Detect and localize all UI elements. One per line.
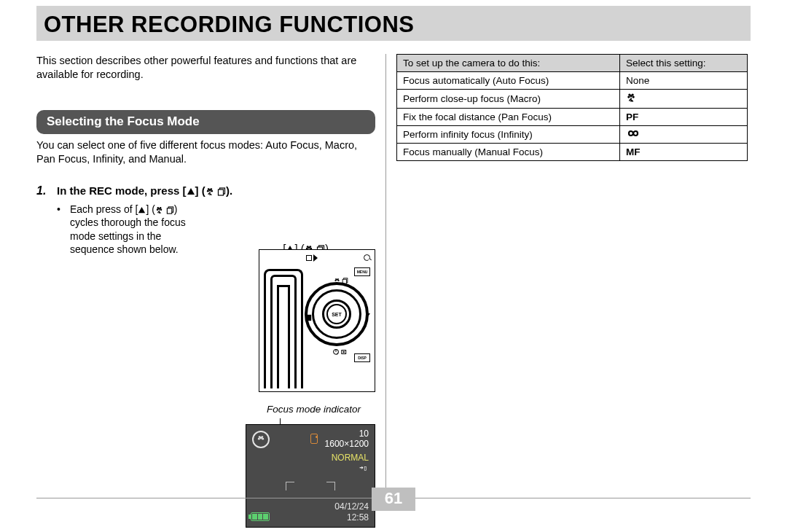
svg-point-11 <box>160 209 163 211</box>
svg-point-21 <box>309 246 311 248</box>
svg-marker-33 <box>366 310 370 318</box>
memory-icon: ➜▯ <box>359 464 367 472</box>
focus-mode-table: To set up the camera to do this: Select … <box>396 54 748 161</box>
flash-icon <box>364 310 372 320</box>
svg-point-27 <box>337 280 339 281</box>
rect-icon <box>306 255 312 261</box>
svg-point-44 <box>627 95 630 98</box>
svg-point-28 <box>335 278 337 280</box>
page-number: 61 <box>372 488 415 511</box>
menu-button: MENU <box>354 267 370 276</box>
title-bar: OTHER RECORDING FUNCTIONS <box>36 6 751 41</box>
column-divider <box>385 54 386 491</box>
section-body: You can select one of five different foc… <box>36 138 375 165</box>
svg-point-46 <box>628 93 630 95</box>
mode-icon <box>305 311 312 324</box>
svg-point-39 <box>258 438 260 440</box>
set-button: SET <box>326 304 347 324</box>
svg-point-37 <box>342 351 345 353</box>
flower-icon <box>155 206 163 214</box>
section-header: Selecting the Focus Mode <box>36 110 375 134</box>
svg-point-10 <box>157 209 159 211</box>
timer-icon <box>332 348 348 356</box>
up-arrow-icon <box>138 206 146 214</box>
table-row: Focus automatically (Auto Focus) None <box>397 72 748 90</box>
svg-marker-8 <box>138 207 145 213</box>
svg-rect-7 <box>218 189 223 195</box>
table-header-do: To set up the camera to do this: <box>397 55 620 72</box>
intro-text: This section describes other powerful fe… <box>36 54 375 81</box>
table-row: Fix the focal distance (Pan Focus) PF <box>397 109 748 126</box>
svg-point-12 <box>157 207 159 209</box>
svg-point-29 <box>337 278 339 280</box>
disp-button: DISP <box>354 353 370 362</box>
page-title: OTHER RECORDING FUNCTIONS <box>44 12 743 38</box>
svg-rect-15 <box>167 208 171 214</box>
page-footer: 61 <box>36 498 751 522</box>
svg-marker-24 <box>313 254 318 262</box>
table-row: Perform close-up focus (Macro) <box>397 90 748 109</box>
control-wheel-diagram: MENU SET <box>259 249 375 392</box>
svg-point-26 <box>334 280 336 281</box>
bullet-text: Each press of [] ( ) cycles thorough the… <box>70 203 205 256</box>
table-row: Perform infinity focus (Infinity) <box>397 126 748 144</box>
flower-icon <box>626 93 636 103</box>
lcd-top-right: 10 1600×1200 <box>325 429 369 450</box>
stack-icon <box>166 206 174 214</box>
triangle-right-icon <box>313 254 318 262</box>
lcd-quality: NORMAL <box>332 453 369 463</box>
flower-icon <box>205 187 214 196</box>
svg-point-13 <box>160 207 162 209</box>
focus-mode-indicator-icon <box>252 431 270 448</box>
svg-point-41 <box>259 436 261 438</box>
svg-rect-32 <box>305 315 311 321</box>
svg-point-3 <box>211 190 213 192</box>
stack-icon <box>217 187 226 196</box>
svg-marker-0 <box>187 188 195 195</box>
svg-point-40 <box>262 438 264 440</box>
svg-point-20 <box>307 246 309 248</box>
battery-like-icon <box>310 434 318 444</box>
focus-mode-indicator-label: Focus mode indicator <box>267 404 361 415</box>
step-number: 1. <box>36 184 51 256</box>
svg-point-45 <box>632 95 634 98</box>
step-title: In the REC mode, press [] ( ). <box>57 184 375 197</box>
infinity-icon <box>626 129 641 138</box>
table-header-setting: Select this setting: <box>619 55 747 72</box>
svg-point-4 <box>208 188 210 190</box>
svg-point-2 <box>207 190 209 192</box>
up-arrow-icon <box>187 187 195 196</box>
svg-point-47 <box>631 93 633 95</box>
bullet-dot: • <box>57 203 64 256</box>
table-row: Focus manually (Manual Focus) MF <box>397 144 748 161</box>
svg-point-5 <box>210 188 212 190</box>
svg-point-42 <box>261 436 263 438</box>
magnifier-icon <box>364 254 370 261</box>
